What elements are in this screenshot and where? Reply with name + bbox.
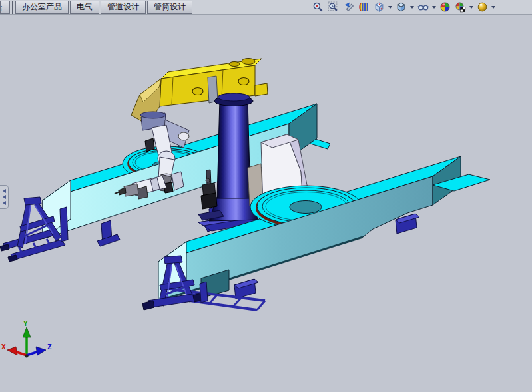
view-settings-icon	[477, 1, 488, 13]
tab-office-products[interactable]: 办公室产品	[15, 1, 69, 14]
zoom-to-area-icon	[328, 1, 339, 13]
command-toolbar: 估 办公室产品 电气 管道设计 管筒设计	[0, 0, 532, 15]
tab-office-products-label: 办公室产品	[22, 1, 62, 13]
zoom-to-area-button[interactable]	[326, 1, 340, 13]
tab-electrical-label: 电气	[77, 1, 93, 13]
section-view-button[interactable]	[357, 1, 371, 13]
graphics-viewport[interactable]: Y X Z	[0, 0, 532, 392]
zoom-to-fit-button[interactable]	[311, 1, 325, 13]
view-orientation-button[interactable]	[372, 1, 386, 13]
view-orientation-dropdown[interactable]	[388, 1, 393, 13]
column-flange[interactable]	[214, 93, 253, 106]
triad-x-label: X	[1, 343, 6, 351]
tab-electrical[interactable]: 电气	[70, 1, 99, 14]
triad-z-label: Z	[47, 343, 52, 351]
display-style-dropdown[interactable]	[409, 1, 415, 13]
tab-tubing-design-label: 管筒设计	[154, 1, 186, 13]
hide-show-items-icon	[417, 1, 429, 13]
tab-piping-design-label: 管道设计	[107, 1, 139, 13]
section-view-icon	[358, 1, 370, 13]
tab-evaluate-partial[interactable]: 估	[0, 1, 10, 14]
command-tabs: 估 办公室产品 电气 管道设计 管筒设计	[0, 1, 192, 14]
tab-evaluate-partial-label: 估	[0, 3, 2, 14]
zoom-to-fit-icon	[312, 1, 324, 13]
collapse-arrow-icon	[3, 189, 6, 193]
display-style-button[interactable]	[394, 1, 408, 13]
view-orientation-icon	[374, 1, 385, 13]
edit-appearance-button[interactable]	[438, 1, 452, 13]
tab-piping-design[interactable]: 管道设计	[101, 1, 146, 14]
view-settings-dropdown[interactable]	[491, 1, 496, 13]
heads-up-view-toolbar	[311, 0, 496, 14]
collapse-arrow-icon	[3, 195, 6, 199]
panel-collapse-handle[interactable]	[0, 185, 9, 209]
edit-appearance-icon	[439, 1, 451, 13]
hide-show-items-dropdown[interactable]	[431, 1, 437, 13]
previous-view-icon	[343, 1, 354, 13]
hide-show-items-button[interactable]	[416, 1, 430, 13]
tab-divider	[12, 1, 13, 14]
display-style-icon	[396, 1, 407, 13]
apply-scene-icon	[455, 1, 466, 13]
previous-view-button[interactable]	[342, 1, 356, 13]
collapse-arrow-icon	[3, 201, 6, 205]
tab-tubing-design[interactable]: 管筒设计	[147, 1, 192, 14]
apply-scene-button[interactable]	[453, 1, 467, 13]
apply-scene-dropdown[interactable]	[469, 1, 474, 13]
triad-y-label: Y	[23, 319, 28, 328]
view-settings-button[interactable]	[475, 1, 489, 13]
